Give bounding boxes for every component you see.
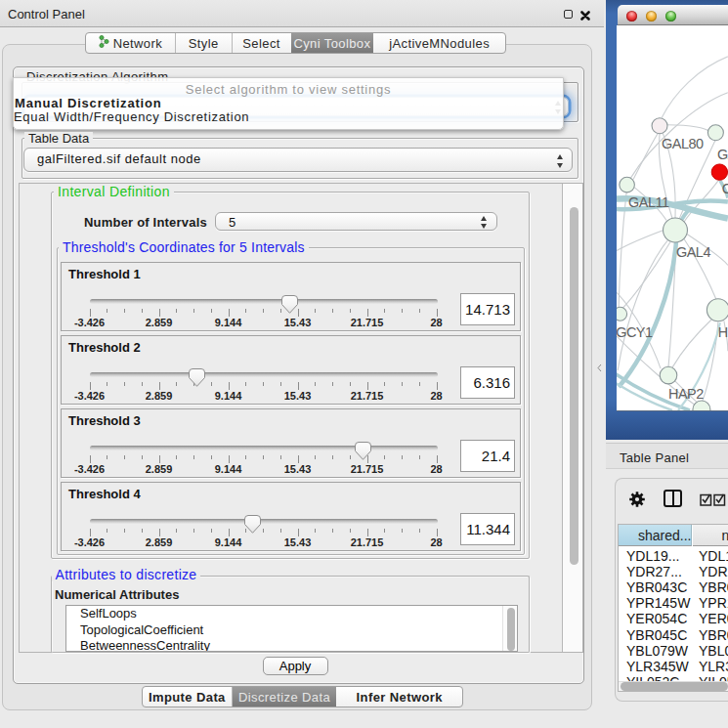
svg-text:C: C (722, 181, 728, 196)
svg-text:GAL4: GAL4 (676, 244, 710, 260)
svg-text:H: H (718, 324, 728, 340)
svg-text:GCY1: GCY1 (617, 324, 653, 340)
svg-text:GAL80: GAL80 (662, 136, 704, 151)
svg-text:GA: GA (717, 147, 728, 162)
svg-text:HAP2: HAP2 (668, 386, 704, 402)
svg-text:GAL11: GAL11 (628, 194, 669, 210)
